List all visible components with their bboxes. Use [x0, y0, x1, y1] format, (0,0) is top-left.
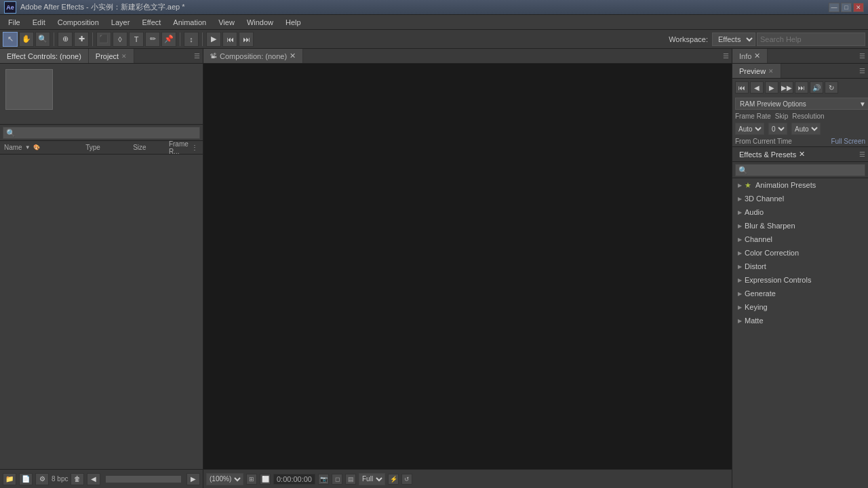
full-screen-btn[interactable]: Full Screen [831, 138, 865, 145]
ram-preview-arrow: ▼ [859, 100, 866, 108]
preview-last-btn[interactable]: ⏭ [795, 81, 808, 94]
search-help-input[interactable] [757, 33, 865, 46]
preview-audio-btn[interactable]: 🔊 [810, 81, 823, 94]
ram-preview-options-btn[interactable]: RAM Preview Options ▼ [735, 98, 868, 110]
menu-composition[interactable]: Composition [52, 17, 104, 28]
effects-search-input[interactable] [735, 164, 865, 176]
project-tab-close[interactable]: ✕ [121, 53, 127, 60]
tab-composition[interactable]: 📽 Composition: (none) ✕ [203, 49, 303, 63]
tool-next[interactable]: ⏭ [239, 32, 254, 47]
effects-list-item[interactable]: ▶Matte [732, 314, 868, 327]
comp-grid-btn[interactable]: ⊞ [246, 474, 257, 485]
project-new-folder-btn[interactable]: 📁 [3, 473, 16, 485]
workspace-select[interactable]: Effects [712, 33, 755, 46]
preview-play-btn[interactable]: ▶ [765, 81, 778, 94]
project-scroll-bar[interactable] [106, 476, 181, 483]
menu-window[interactable]: Window [241, 17, 279, 28]
effects-list-item[interactable]: ▶3D Channel [732, 192, 868, 205]
tool-brush[interactable]: ✏ [145, 32, 160, 47]
tool-puppet[interactable]: ↕ [184, 32, 199, 47]
comp-cam-btn[interactable]: 📷 [318, 474, 329, 485]
tool-zoom[interactable]: 🔍 [35, 32, 50, 47]
preview-loop-btn[interactable]: ↻ [825, 81, 838, 94]
project-bottom-bar: 📁 📄 ⚙ 8 bpc 🗑 ◀ ▶ [0, 469, 203, 488]
preview-first-btn[interactable]: ⏮ [735, 81, 749, 94]
bpc-display: 8 bpc [52, 475, 68, 483]
comp-zoom-select[interactable]: (100%) [206, 473, 243, 485]
project-search-input[interactable] [3, 127, 200, 139]
comp-time-display: 0:00:00:00 [273, 474, 315, 485]
comp-tab-close[interactable]: ✕ [290, 52, 296, 60]
effects-list-item[interactable]: ▶Generate [732, 287, 868, 300]
preview-values-row: Auto 0 Auto [732, 121, 868, 136]
menu-layer[interactable]: Layer [106, 17, 136, 28]
tab-project[interactable]: Project ✕ [89, 49, 134, 63]
tool-stamp[interactable]: 📌 [161, 32, 176, 47]
tool-prev[interactable]: ⏮ [222, 32, 237, 47]
comp-safe-btn[interactable]: ⬜ [260, 474, 271, 485]
project-interpret-btn[interactable]: ⚙ [35, 473, 49, 485]
preview-skip-select[interactable]: 0 [768, 123, 787, 135]
preview-prev-btn[interactable]: ◀ [750, 81, 764, 94]
col-resize-handle[interactable]: ⋮ [191, 144, 203, 151]
tab-preview[interactable]: Preview ✕ [732, 64, 781, 78]
menu-edit[interactable]: Edit [27, 17, 51, 28]
effects-list-item[interactable]: ▶Audio [732, 205, 868, 219]
left-panel: Effect Controls: (none) Project ✕ ☰ Name… [0, 49, 203, 488]
comp-tab-icon: 📽 [210, 52, 217, 60]
preview-menu-btn[interactable]: ☰ [859, 67, 865, 75]
menu-file[interactable]: File [3, 17, 26, 28]
tool-play[interactable]: ▶ [206, 32, 221, 47]
effects-menu-btn[interactable]: ☰ [859, 150, 865, 158]
minimize-button[interactable]: — [829, 3, 840, 12]
project-prev-btn[interactable]: ◀ [87, 473, 100, 485]
comp-reset-btn[interactable]: ↺ [401, 474, 412, 485]
project-next-btn[interactable]: ▶ [186, 473, 200, 485]
tab-effect-controls[interactable]: Effect Controls: (none) [0, 49, 89, 63]
effects-list-item[interactable]: ▶Channel [732, 232, 868, 246]
effects-tab-close[interactable]: ✕ [799, 150, 805, 159]
left-panel-menu-btn[interactable]: ☰ [194, 52, 200, 60]
effects-list-item[interactable]: ▶★Animation Presets [732, 178, 868, 192]
preview-next-btn[interactable]: ▶▶ [780, 81, 793, 94]
menu-help[interactable]: Help [280, 17, 307, 28]
right-panel-menu-btn[interactable]: ☰ [859, 52, 865, 60]
toolbar-separator-3 [180, 33, 180, 46]
tool-select[interactable]: ↖ [3, 32, 18, 47]
toolbar-separator-4 [202, 33, 203, 46]
effects-list-item[interactable]: ▶Expression Controls [732, 273, 868, 287]
close-button[interactable]: ✕ [853, 3, 864, 12]
effects-list-item[interactable]: ▶Blur & Sharpen [732, 219, 868, 232]
project-delete-btn[interactable]: 🗑 [71, 473, 84, 485]
effect-preview-thumbnail [5, 69, 53, 110]
comp-quality-select[interactable]: Full [359, 473, 385, 485]
effects-list-item[interactable]: ▶Distort [732, 260, 868, 273]
preview-tab-close[interactable]: ✕ [768, 68, 774, 75]
comp-tab-label: Composition: (none) [220, 52, 287, 60]
tool-rotate[interactable]: ⊕ [58, 32, 73, 47]
tab-effects-presets[interactable]: Effects & Presets ✕ [732, 147, 812, 161]
menu-effect[interactable]: Effect [136, 17, 166, 28]
preview-frame-rate-select[interactable]: Auto [735, 123, 764, 135]
tool-text[interactable]: T [129, 32, 144, 47]
preview-resolution-select[interactable]: Auto [791, 123, 821, 135]
comp-region-btn[interactable]: ◻ [332, 474, 342, 485]
comp-transparency-btn[interactable]: ▤ [345, 474, 356, 485]
tab-info[interactable]: Info ✕ [732, 49, 768, 63]
tool-hand[interactable]: ✋ [19, 32, 34, 47]
preview-settings-row: Frame Rate Skip Resolution [732, 111, 868, 121]
window-title: Adobe After Effects - 小实例：新建彩色文字.aep * [20, 2, 185, 12]
comp-panel-menu-btn[interactable]: ☰ [723, 52, 729, 60]
effects-list-item[interactable]: ▶Keying [732, 300, 868, 314]
tool-pen[interactable]: ◊ [113, 32, 127, 47]
effects-list-item[interactable]: ▶Color Correction [732, 246, 868, 260]
project-new-comp-btn[interactable]: 📄 [19, 473, 33, 485]
maximize-button[interactable]: □ [841, 3, 852, 12]
tool-rect[interactable]: ⬛ [96, 32, 111, 47]
tool-cam[interactable]: ✚ [74, 32, 89, 47]
menu-animation[interactable]: Animation [167, 17, 212, 28]
menu-view[interactable]: View [213, 17, 240, 28]
comp-fast-btn[interactable]: ⚡ [388, 474, 399, 485]
col-frame-rate: Frame R... [166, 140, 191, 155]
info-tab-close[interactable]: ✕ [754, 52, 760, 60]
